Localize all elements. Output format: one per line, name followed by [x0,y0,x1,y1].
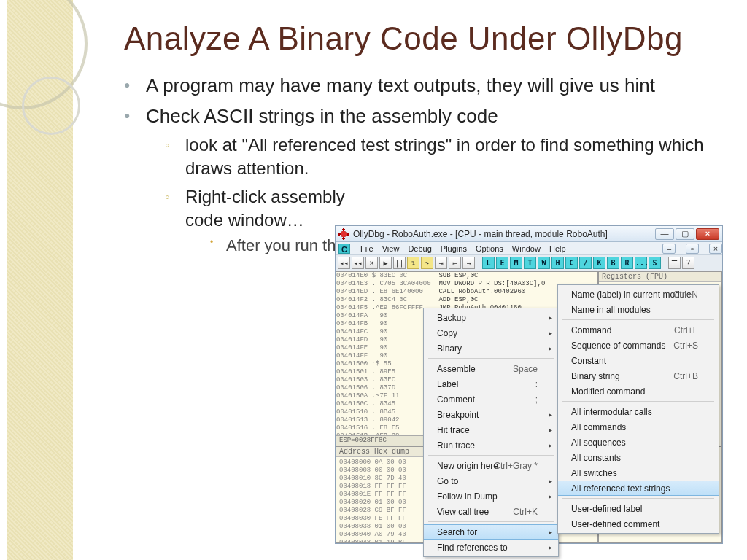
menu-item[interactable]: Follow in Dump [424,489,558,504]
slide-title: Analyze A Binary Code Under OllyDbg [124,22,725,55]
menu-item[interactable]: All commands [558,419,719,435]
trace-button[interactable]: ⇥ [435,257,447,269]
menu-item[interactable]: Copy [424,325,558,341]
menu-item-label: Label [437,379,458,389]
menu-item[interactable]: View call treeCtrl+K [424,504,558,519]
step-into-button[interactable]: ↴ [407,257,419,269]
toolbar-button[interactable]: ... [635,257,647,269]
menu-item[interactable]: Binary stringCtrl+B [558,368,719,384]
mdi-restore[interactable]: ▫ [686,244,699,254]
toolbar-button[interactable]: E [496,257,508,269]
mdi-minimize[interactable]: – [662,244,676,254]
context-submenu[interactable]: Name (label) in current moduleCtrl+NName… [557,284,719,534]
menubar: C FileViewDebugPluginsOptionsWindowHelp … [336,242,722,255]
menu-item-label: Binary string [571,371,620,381]
toolbar-button[interactable]: ◂◂ [352,257,364,269]
menu-item[interactable]: Comment; [424,392,558,407]
menu-debug[interactable]: Debug [408,244,431,253]
menu-item-label: User-defined comment [571,519,659,529]
menu-item[interactable]: Label: [424,376,558,392]
mdi-close[interactable]: × [709,244,722,254]
menu-shortcut: Ctrl+Gray * [494,461,538,471]
toolbar-button[interactable]: R [621,257,633,269]
menu-item-label: Follow in Dump [437,491,498,502]
bullet-item: A program may have many text outputs, th… [124,74,725,98]
menu-item[interactable]: All switches [558,465,719,481]
asm-line[interactable]: 004014E0 $ 83EC 0C SUB ESP,0C [336,272,597,280]
menu-item[interactable]: AssembleSpace [424,361,558,376]
help-button[interactable]: ? [682,257,694,269]
menu-help[interactable]: Help [549,244,566,253]
menu-item-label: All constants [571,453,621,463]
menu-item[interactable]: Go to [424,473,558,489]
toolbar-button[interactable]: / [579,257,592,269]
toolbar-button[interactable]: || [393,257,406,269]
menu-item[interactable]: Search for [424,524,558,540]
menu-item-label: Sequence of commands [571,341,665,351]
menu-view[interactable]: View [382,244,400,253]
toolbar-button[interactable]: S [649,257,661,269]
menu-item-label: Modified command [571,386,645,397]
menu-item[interactable]: Backup [424,310,558,325]
toolbar-button[interactable]: ▶ [379,257,392,269]
menu-item[interactable]: Sequence of commandsCtrl+S [558,338,719,353]
mdi-icon[interactable]: C [338,244,350,254]
menu-item[interactable]: Hit trace [424,422,558,438]
trace-button[interactable]: ⇤ [449,257,461,269]
menu-item[interactable]: Run trace [424,438,558,453]
menu-item[interactable]: All constants [558,450,719,465]
menu-item[interactable]: User-defined label [558,501,719,516]
menu-item[interactable]: Name in all modules [558,302,719,317]
menu-item[interactable]: All referenced text strings [558,481,719,496]
toolbar-button[interactable]: ◂◂ [338,257,350,269]
menu-options[interactable]: Options [476,244,503,253]
menu-item[interactable]: Find references to [424,540,558,555]
menu-item-label: Comment [437,394,475,405]
menu-shortcut: Ctrl+K [513,507,538,517]
menu-item-label: Breakpoint [437,410,479,420]
menu-item-label: View call tree [437,507,489,517]
menu-item[interactable]: Name (label) in current moduleCtrl+N [558,287,719,302]
context-menu[interactable]: BackupCopyBinaryAssembleSpaceLabel:Comme… [423,308,559,557]
step-over-button[interactable]: ↷ [421,257,433,269]
menu-item[interactable]: All sequences [558,435,719,450]
menu-shortcut: ; [535,394,538,405]
menu-item-label: Command [571,325,611,335]
menu-item-label: Assemble [437,364,476,374]
toolbar-button[interactable]: C [565,257,578,269]
menu-file[interactable]: File [360,244,374,253]
toolbar-button[interactable]: W [538,257,550,269]
minimize-button[interactable]: — [655,228,674,240]
menu-item[interactable]: New origin hereCtrl+Gray * [424,458,558,473]
menu-item-label: Binary [437,343,462,354]
menu-item[interactable]: CommandCtrl+F [558,322,719,338]
menu-item[interactable]: All intermodular calls [558,404,719,419]
run-button[interactable]: → [462,257,475,269]
menu-shortcut: Ctrl+N [673,289,698,300]
window-titlebar[interactable]: OllyDbg - RoboAuth.exe - [CPU - main thr… [336,226,722,242]
menu-item[interactable]: User-defined comment [558,516,719,532]
toolbar-button[interactable]: × [365,257,378,269]
close-button[interactable]: × [696,228,719,240]
toolbar-button[interactable]: L [482,257,495,269]
menu-item[interactable]: Constant [558,353,719,368]
toolbar-button[interactable]: M [510,257,522,269]
menu-item[interactable]: Breakpoint [424,407,558,422]
maximize-button[interactable]: ▢ [676,228,694,240]
settings-button[interactable]: ☰ [668,257,681,269]
menu-item[interactable]: Modified command [558,384,719,399]
menu-item-label: All switches [571,468,617,478]
menu-item-label: Run trace [437,440,475,451]
menu-item-label: All sequences [571,438,626,448]
toolbar: ◂◂◂◂×▶|| ↴ ↷ ⇥ ⇤ → LEMTWHC/KBR...S ☰ ? [336,255,722,271]
toolbar-button[interactable]: K [593,257,605,269]
toolbar-button[interactable]: B [607,257,619,269]
toolbar-button[interactable]: H [551,257,564,269]
menu-plugins[interactable]: Plugins [441,244,467,253]
toolbar-button[interactable]: T [524,257,536,269]
menu-item-label: Find references to [437,542,508,553]
menu-item-label: Name in all modules [571,305,651,315]
menu-item[interactable]: Binary [424,341,558,356]
menu-window[interactable]: Window [512,244,541,253]
menu-item-label: Go to [437,476,458,486]
